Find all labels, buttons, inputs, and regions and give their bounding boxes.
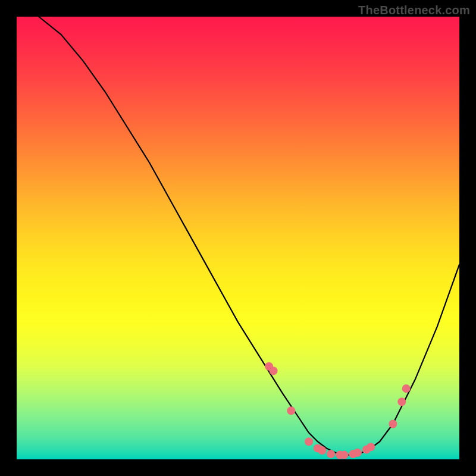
curve-markers	[265, 362, 411, 459]
curve-marker	[340, 451, 349, 459]
plot-area	[17, 17, 459, 459]
curve-marker	[402, 384, 411, 393]
curve-marker	[287, 406, 295, 415]
watermark-text: TheBottleneck.com	[358, 4, 470, 17]
chart-frame: TheBottleneck.com	[0, 0, 476, 476]
bottleneck-curve	[39, 17, 459, 455]
curve-svg	[17, 17, 459, 459]
curve-marker	[367, 443, 375, 451]
curve-marker	[318, 446, 326, 455]
curve-marker	[327, 450, 335, 458]
curve-marker	[353, 449, 362, 457]
curve-marker	[305, 437, 313, 446]
curve-marker	[389, 420, 397, 428]
curve-marker	[270, 367, 278, 375]
curve-marker	[397, 397, 406, 406]
